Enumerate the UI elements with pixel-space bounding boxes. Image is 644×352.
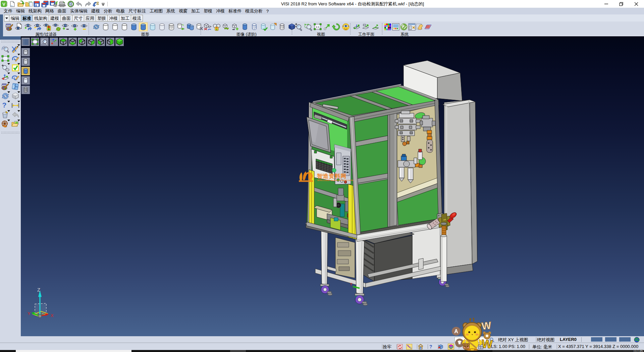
svg-text:Y: Y: [350, 282, 353, 286]
svg-text:INTELLIGENT MANUFACTURING DATA: INTELLIGENT MANUFACTURING DATA: [317, 179, 354, 181]
svg-text:10: 10: [420, 347, 422, 349]
svg-text:W: W: [481, 337, 493, 351]
svg-text:X: X: [51, 313, 54, 318]
svg-text:Z: Z: [37, 287, 40, 293]
svg-text:?: ?: [2, 101, 7, 109]
svg-text:智造资料网: 智造资料网: [317, 173, 346, 179]
svg-text:Y: Y: [28, 311, 31, 316]
svg-text:W: W: [481, 320, 492, 332]
svg-text:1:1: 1:1: [316, 26, 320, 29]
svg-text:A: A: [454, 328, 458, 334]
